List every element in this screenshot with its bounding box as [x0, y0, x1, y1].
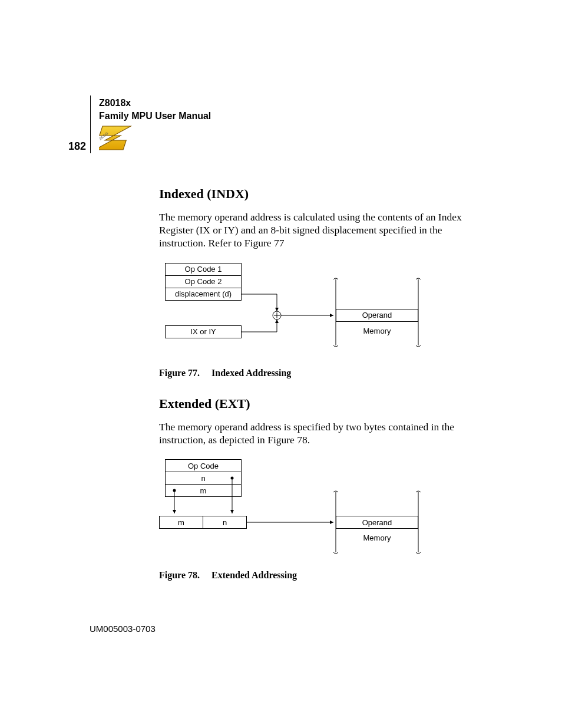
figure-77-caption: Figure 77.Indexed Addressing: [159, 368, 465, 378]
heading-indexed: Indexed (INDX): [159, 186, 465, 202]
figure-78-caption: Figure 78.Extended Addressing: [159, 570, 465, 581]
fig78-operand: Operand: [336, 516, 418, 529]
fig78-n: n: [165, 472, 242, 485]
fig77-displacement: displacement (d): [165, 288, 242, 301]
fig77-opcode1: Op Code 1: [165, 263, 242, 276]
doc-model: Z8018x: [99, 97, 211, 110]
fig77-opcode2: Op Code 2: [165, 275, 242, 288]
doc-header: Z8018x Family MPU User Manual: [99, 97, 211, 122]
fig78-memory-label: Memory: [336, 533, 418, 542]
fig78-m2: m: [159, 516, 203, 529]
figure-77: Op Code 1 Op Code 2 displacement (d) IX …: [159, 263, 430, 357]
figure-78: Op Code n m m n Operand Memory: [159, 459, 430, 559]
figure-78-caption-num: Figure 78.: [159, 570, 200, 580]
fig78-m: m: [165, 484, 242, 497]
header-divider: [90, 95, 91, 153]
svg-point-7: [273, 311, 281, 319]
fig77-memory-label: Memory: [336, 327, 418, 335]
figure-77-caption-num: Figure 77.: [159, 368, 200, 378]
para-indexed: The memory operand address is calculated…: [159, 211, 465, 250]
fig77-operand: Operand: [336, 309, 418, 322]
para-extended: The memory operand address is specified …: [159, 421, 465, 447]
fig77-ixiy: IX or IY: [165, 325, 242, 338]
fig78-n2: n: [203, 516, 247, 529]
fig78-opcode: Op Code: [165, 459, 242, 472]
zilog-logo-icon: ZILOG: [99, 123, 137, 153]
doc-footer-code: UM005003-0703: [90, 624, 156, 634]
heading-extended: Extended (EXT): [159, 396, 465, 411]
figure-78-caption-title: Extended Addressing: [211, 570, 297, 580]
figure-77-caption-title: Indexed Addressing: [211, 368, 291, 378]
page-number: 182: [68, 140, 86, 153]
doc-title: Family MPU User Manual: [99, 110, 211, 123]
